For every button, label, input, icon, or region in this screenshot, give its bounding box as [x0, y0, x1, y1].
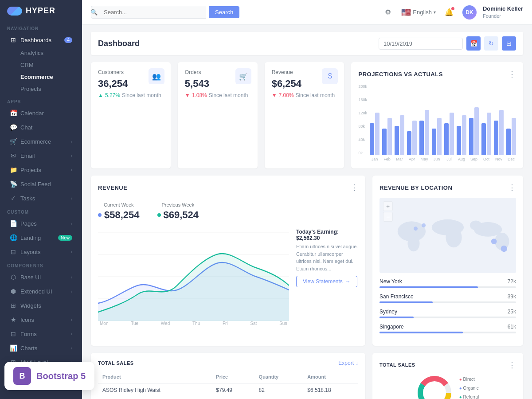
pages-icon: 📄: [10, 220, 17, 227]
arrow-down-icon: ▼: [185, 92, 190, 98]
location-value: 61k: [508, 324, 516, 330]
landing-icon: 🌐: [10, 234, 17, 241]
bar-dark-mar: [395, 126, 399, 155]
revenue-card: REVENUE ⋮ Current Week $58,254 Previous …: [91, 176, 365, 346]
y-axis-labels: 200k 160k 120k 80k 40k 0k: [358, 84, 367, 155]
x-axis-revenue: Mon Tue Wed Thu Fri Sat Sun: [98, 321, 289, 326]
table-header-row: Product Price Quantity Amount: [98, 371, 358, 383]
custom-section-label: CUSTOM: [0, 205, 82, 216]
cell-product: ASOS Ridley High Waist: [98, 383, 211, 397]
projections-more-btn[interactable]: ⋮: [508, 69, 516, 79]
bar-light-may: [425, 110, 429, 155]
cell-price: $79.49: [211, 383, 254, 397]
bar-group-may: [419, 110, 429, 155]
pie-header: TOTAL SALES ⋮: [379, 360, 516, 370]
sidebar-item-label-charts: Charts: [20, 345, 37, 352]
sidebar-item-ecommerce[interactable]: Ecommerce: [3, 71, 79, 82]
total-sales-pie-title: TOTAL SALES: [379, 362, 415, 368]
sidebar-item-forms[interactable]: ⊟ Forms ›: [3, 327, 79, 340]
sidebar-item-base-ui[interactable]: ⬡ Base UI ›: [3, 270, 79, 284]
sidebar-logo[interactable]: HYPER: [0, 0, 82, 22]
location-more-btn[interactable]: ⋮: [508, 183, 516, 192]
refresh-btn[interactable]: ↻: [484, 36, 498, 51]
revenue-since: Since last month: [296, 92, 335, 98]
bar-dark-nov: [494, 121, 498, 155]
location-bars: New York 72k San Francisco 39k Sydney 25…: [379, 278, 516, 333]
table-body: ASOS Ridley High Waist $79.49 82 $6,518.…: [98, 383, 358, 397]
search-button[interactable]: Search: [209, 6, 239, 18]
notification-icon[interactable]: 🔔: [442, 5, 456, 20]
pie-more-btn[interactable]: ⋮: [508, 360, 516, 370]
calendar-btn[interactable]: 📅: [466, 36, 481, 51]
orders-change-pct: 1.08%: [192, 92, 207, 98]
settings-icon[interactable]: ⚙: [381, 5, 395, 20]
page-header: Dashboard 📅 ↻ ⊟: [91, 32, 523, 55]
bootstrap-badge: B Bootstrap 5: [4, 362, 94, 390]
revenue-header: REVENUE ⋮: [98, 183, 358, 192]
sidebar-item-projects-app[interactable]: 📁 Projects ›: [3, 163, 79, 176]
arrow-up-icon: ▲: [98, 92, 103, 98]
sidebar-item-icons[interactable]: ★ Icons ›: [3, 313, 79, 326]
sidebar-item-dashboards[interactable]: ⊞ Dashboards 4: [3, 33, 79, 47]
filter-btn[interactable]: ⊟: [502, 36, 516, 51]
bar-dark-aug: [457, 126, 461, 155]
chevron-right-icon-icons: ›: [71, 317, 72, 322]
svg-point-14: [422, 223, 426, 227]
apps-section-label: APPS: [0, 95, 82, 106]
sidebar-item-layouts[interactable]: ⊟ Layouts ›: [3, 245, 79, 258]
chevron-right-icon: ›: [71, 139, 72, 144]
col-price: Price: [211, 371, 254, 383]
sidebar-item-ecommerce-app[interactable]: 🛒 Ecommerce ›: [3, 135, 79, 148]
sidebar-item-chat[interactable]: 💬 Chat: [3, 121, 79, 134]
chevron-right-icon-pages: ›: [71, 221, 72, 226]
sidebar-item-label-social-feed: Social Feed: [20, 181, 51, 188]
orders-since: Since last month: [209, 92, 248, 98]
revenue-title: REVENUE: [98, 184, 127, 191]
search-input[interactable]: [91, 6, 206, 19]
sidebar-item-label-extended-ui: Extended UI: [20, 288, 52, 295]
location-value: 72k: [508, 278, 516, 285]
sidebar-item-extended-ui[interactable]: ⬢ Extended UI ›: [3, 285, 79, 298]
revenue-change: ▼ 7.00% Since last month: [272, 92, 337, 98]
arrow-right-icon: →: [345, 278, 351, 285]
location-name: New York: [379, 278, 402, 285]
sidebar-item-email[interactable]: ✉ Email ›: [3, 149, 79, 162]
bar-group-jun: [432, 118, 442, 155]
layouts-icon: ⊟: [10, 248, 17, 255]
location-item-san-francisco: San Francisco 39k: [379, 293, 516, 303]
bar-group-dec: [506, 118, 516, 155]
revenue-more-btn[interactable]: ⋮: [350, 183, 358, 192]
bar-dark-jul: [444, 123, 449, 155]
language-selector[interactable]: 🇺🇸 English ▾: [401, 8, 436, 17]
bar-group-aug: [457, 115, 466, 155]
sidebar-item-analytics[interactable]: Analytics: [3, 47, 79, 59]
sidebar-item-crm[interactable]: CRM: [3, 59, 79, 70]
svg-point-16: [501, 246, 507, 252]
sidebar-item-pages[interactable]: 📄 Pages ›: [3, 217, 79, 230]
progress-bar: [379, 317, 516, 318]
col-quantity: Quantity: [254, 371, 303, 383]
export-btn[interactable]: Export ↓: [338, 360, 358, 366]
sidebar-item-landing[interactable]: 🌐 Landing New: [3, 231, 79, 244]
previous-week-stat: Previous Week $69,524: [157, 202, 199, 221]
chart-header: PROJECTIONS VS ACTUALS ⋮: [358, 69, 516, 79]
dashboard-icon: ⊞: [10, 36, 17, 43]
user-role: Founder: [483, 13, 523, 19]
sidebar-item-social-feed[interactable]: 📡 Social Feed: [3, 177, 79, 191]
sidebar-item-charts[interactable]: 📊 Charts ›: [3, 341, 79, 355]
calendar-icon: 📅: [10, 110, 17, 117]
sidebar-item-widgets[interactable]: ⊞ Widgets: [3, 299, 79, 312]
bar-dark-oct: [481, 123, 486, 155]
revenue-bottom: Mon Tue Wed Thu Fri Sat Sun Today's Earn…: [98, 229, 358, 326]
location-title: REVENUE BY LOCATION: [379, 184, 452, 191]
bar-light-oct: [487, 113, 491, 155]
progress-fill: [379, 332, 463, 333]
icons-icon: ★: [10, 316, 17, 323]
sidebar-item-calendar[interactable]: 📅 Calendar: [3, 106, 79, 120]
chevron-right-icon-charts: ›: [71, 346, 72, 351]
sidebar-item-projects[interactable]: Projects: [3, 83, 79, 94]
view-statements-btn[interactable]: View Statements →: [296, 276, 357, 287]
bar-group-jul: [444, 113, 454, 155]
date-input[interactable]: [379, 38, 463, 50]
sidebar-item-tasks[interactable]: ✓ Tasks ›: [3, 192, 79, 205]
